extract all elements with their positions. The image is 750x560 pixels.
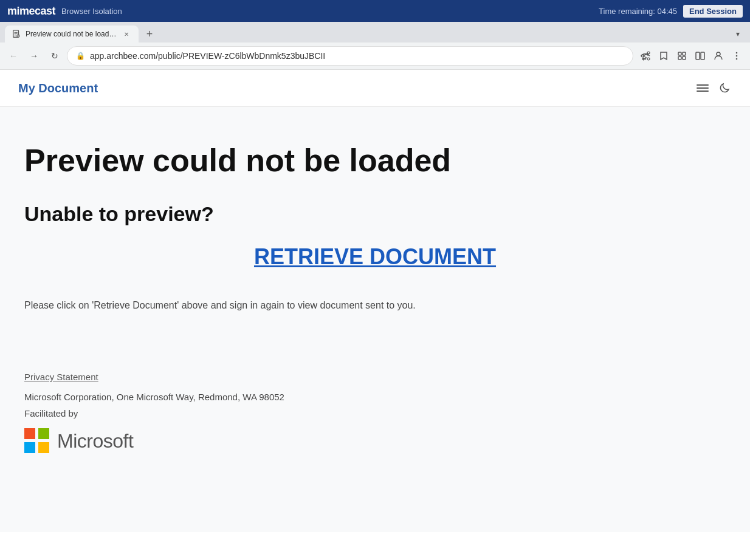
app-title: My Document [18, 81, 98, 95]
tab-close-button[interactable]: ✕ [122, 29, 131, 39]
ms-sq-yellow [38, 442, 49, 453]
main-content: Preview could not be loaded Unable to pr… [0, 107, 750, 532]
ms-sq-blue [24, 442, 35, 453]
address-domain: app.archbee.com [90, 51, 156, 61]
microsoft-logo: Microsoft [24, 428, 726, 454]
svg-point-18 [717, 52, 720, 56]
browser-isolation-label: Browser Isolation [61, 7, 122, 16]
ms-address: Microsoft Corporation, One Microsoft Way… [24, 392, 726, 402]
browser-tab[interactable]: Preview could not be loade… ✕ [5, 26, 139, 43]
svg-rect-16 [696, 52, 700, 60]
svg-point-19 [736, 52, 738, 54]
time-remaining: Time remaining: 04:45 [599, 7, 677, 16]
unable-heading: Unable to preview? [24, 202, 726, 226]
lock-icon: 🔒 [76, 52, 85, 60]
profile-icon[interactable] [710, 47, 727, 64]
svg-rect-12 [678, 52, 681, 55]
svg-point-7 [647, 52, 650, 54]
svg-point-9 [647, 58, 650, 60]
preview-title: Preview could not be loaded [24, 143, 726, 178]
tab-menu-button[interactable]: ▾ [731, 27, 745, 41]
page-content: My Document Preview could not be loaded … [0, 70, 750, 550]
browser-chrome: Preview could not be loade… ✕ + ▾ ← → ↻ … [0, 22, 750, 70]
tab-bar: Preview could not be loade… ✕ + ▾ [0, 22, 750, 43]
svg-rect-15 [683, 56, 686, 60]
svg-line-11 [644, 56, 647, 59]
svg-point-21 [736, 58, 738, 60]
menu-icon-header[interactable] [695, 81, 710, 95]
reading-mode-icon[interactable] [692, 47, 709, 64]
new-tab-button[interactable]: + [141, 26, 158, 43]
time-value: 04:45 [657, 7, 677, 16]
end-session-button[interactable]: End Session [683, 5, 743, 18]
forward-button[interactable]: → [26, 47, 43, 64]
tab-favicon [12, 30, 21, 38]
app-header-icons [695, 81, 732, 95]
menu-icon[interactable] [728, 47, 745, 64]
toolbar-icons [637, 47, 745, 64]
top-bar-left: mimecast Browser Isolation [7, 5, 122, 18]
svg-rect-17 [701, 52, 704, 60]
svg-rect-23 [697, 87, 709, 89]
instruction-text: Please click on 'Retrieve Document' abov… [24, 300, 726, 311]
retrieve-document-link[interactable]: RETRIEVE DOCUMENT [24, 244, 726, 270]
ms-text: Microsoft [57, 430, 133, 452]
address-bar[interactable]: 🔒 app.archbee.com/public/PREVIEW-zC6lbWb… [67, 46, 633, 66]
share-icon[interactable] [637, 47, 654, 64]
ms-sq-green [38, 428, 49, 439]
bookmark-icon[interactable] [655, 47, 672, 64]
address-path: /public/PREVIEW-zC6lbWbDnmk5z3buJBCII [156, 51, 325, 61]
svg-rect-22 [697, 84, 709, 86]
svg-point-8 [641, 55, 644, 57]
footer-section: Privacy Statement Microsoft Corporation,… [24, 360, 726, 454]
ms-squares [24, 428, 50, 454]
extensions-icon[interactable] [673, 47, 690, 64]
tab-bar-right: ▾ [731, 27, 745, 41]
reload-button[interactable]: ↻ [46, 47, 63, 64]
address-bar-row: ← → ↻ 🔒 app.archbee.com/public/PREVIEW-z… [0, 43, 750, 69]
top-bar-right: Time remaining: 04:45 End Session [599, 5, 743, 18]
facilitated-by-text: Facilitated by [24, 408, 726, 418]
svg-rect-24 [697, 90, 709, 92]
ms-sq-red [24, 428, 35, 439]
tab-title: Preview could not be loade… [26, 30, 117, 38]
app-header: My Document [0, 70, 750, 107]
svg-point-20 [736, 55, 738, 57]
svg-rect-14 [678, 56, 681, 60]
address-text: app.archbee.com/public/PREVIEW-zC6lbWbDn… [90, 51, 624, 61]
svg-rect-13 [683, 52, 686, 55]
top-bar: mimecast Browser Isolation Time remainin… [0, 0, 750, 22]
back-button[interactable]: ← [5, 47, 22, 64]
privacy-statement-link[interactable]: Privacy Statement [24, 372, 98, 382]
mimecast-logo: mimecast [7, 5, 55, 18]
dark-mode-icon[interactable] [717, 81, 732, 95]
